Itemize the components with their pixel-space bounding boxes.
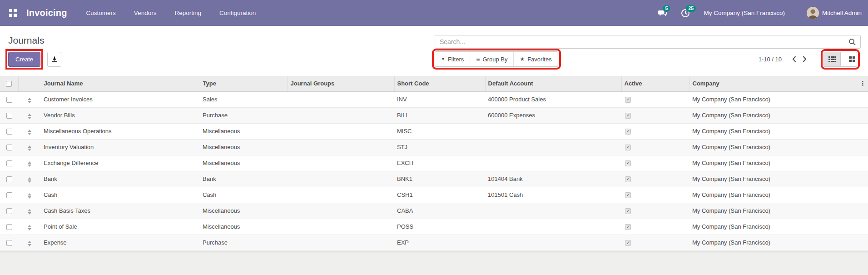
drag-handle-icon[interactable] [27,129,32,136]
cell-journal-groups[interactable] [288,139,394,155]
cell-short-code[interactable]: EXCH [394,155,485,171]
cell-default-account[interactable]: 600000 Expenses [485,107,621,123]
cell-company[interactable]: My Company (San Francisco) [689,187,868,203]
drag-handle-icon[interactable] [27,160,32,168]
row-checkbox[interactable] [6,240,12,246]
nav-menu-vendors[interactable]: Vendors [125,0,166,26]
column-header-journal-name[interactable]: Journal Name [41,76,200,91]
row-checkbox[interactable] [6,97,12,103]
active-checkbox[interactable] [625,129,631,135]
cell-type[interactable]: Sales [200,91,288,107]
journal-row[interactable]: Vendor Bills Purchase BILL 600000 Expens… [0,107,868,123]
company-switcher[interactable]: My Company (San Francisco) [704,10,785,16]
cell-short-code[interactable]: CABA [394,203,485,219]
cell-journal-groups[interactable] [288,107,394,123]
cell-short-code[interactable]: POSS [394,219,485,235]
search-input[interactable] [435,38,848,45]
activities-icon[interactable]: 25 [681,9,690,18]
nav-menu-configuration[interactable]: Configuration [210,0,265,26]
cell-type[interactable]: Miscellaneous [200,123,288,139]
row-checkbox[interactable] [6,113,12,119]
column-header-company[interactable]: Company [689,76,868,91]
cell-short-code[interactable]: EXP [394,235,485,250]
cell-journal-groups[interactable] [288,171,394,187]
cell-default-account[interactable]: 101501 Cash [485,187,621,203]
cell-journal-groups[interactable] [288,235,394,250]
cell-default-account[interactable] [485,219,621,235]
pager-previous-button[interactable] [789,55,799,64]
active-checkbox[interactable] [625,113,631,119]
cell-journal-name[interactable]: Cash Basis Taxes [41,203,200,219]
cell-short-code[interactable]: CSH1 [394,187,485,203]
cell-type[interactable]: Purchase [200,107,288,123]
cell-journal-groups[interactable] [288,155,394,171]
column-header-active[interactable]: Active [621,76,689,91]
cell-journal-name[interactable]: Cash [41,187,200,203]
cell-type[interactable]: Miscellaneous [200,155,288,171]
journal-row[interactable]: Cash Basis Taxes Miscellaneous CABA My C… [0,203,868,219]
drag-handle-icon[interactable] [27,97,32,104]
drag-handle-icon[interactable] [27,176,32,184]
cell-default-account[interactable] [485,123,621,139]
drag-handle-icon[interactable] [27,240,32,247]
active-checkbox[interactable] [625,176,631,182]
export-button[interactable] [47,52,61,67]
row-checkbox[interactable] [6,176,12,182]
row-checkbox[interactable] [6,224,12,230]
row-checkbox[interactable] [6,208,12,214]
row-checkbox[interactable] [6,129,12,135]
cell-default-account[interactable] [485,235,621,250]
column-header-short-code[interactable]: Short Code [394,76,485,91]
cell-journal-name[interactable]: Expense [41,235,200,250]
messages-icon[interactable]: 5 [658,9,667,18]
cell-short-code[interactable]: STJ [394,139,485,155]
cell-default-account[interactable] [485,155,621,171]
app-brand[interactable]: Invoicing [26,8,67,18]
active-checkbox[interactable] [625,192,631,198]
cell-journal-groups[interactable] [288,123,394,139]
cell-default-account[interactable] [485,203,621,219]
row-checkbox[interactable] [6,160,12,166]
active-checkbox[interactable] [625,224,631,230]
cell-journal-name[interactable]: Exchange Difference [41,155,200,171]
cell-type[interactable]: Miscellaneous [200,219,288,235]
active-checkbox[interactable] [625,97,631,103]
cell-type[interactable]: Cash [200,187,288,203]
cell-journal-groups[interactable] [288,91,394,107]
cell-journal-name[interactable]: Inventory Valuation [41,139,200,155]
cell-company[interactable]: My Company (San Francisco) [689,91,868,107]
drag-handle-icon[interactable] [27,224,32,231]
cell-company[interactable]: My Company (San Francisco) [689,219,868,235]
drag-handle-icon[interactable] [27,113,32,120]
row-checkbox[interactable] [6,192,12,198]
journal-row[interactable]: Point of Sale Miscellaneous POSS My Comp… [0,219,868,235]
nav-menu-reporting[interactable]: Reporting [165,0,210,26]
journal-row[interactable]: Miscellaneous Operations Miscellaneous M… [0,123,868,139]
active-checkbox[interactable] [625,240,631,246]
pager-next-button[interactable] [799,55,810,64]
list-view-button[interactable] [823,52,840,67]
cell-short-code[interactable]: BNK1 [394,171,485,187]
cell-type[interactable]: Miscellaneous [200,139,288,155]
drag-handle-icon[interactable] [27,192,32,200]
cell-default-account[interactable]: 400000 Product Sales [485,91,621,107]
column-header-default-account[interactable]: Default Account [485,76,621,91]
cell-type[interactable]: Bank [200,171,288,187]
cell-company[interactable]: My Company (San Francisco) [689,155,868,171]
kanban-view-button[interactable] [840,52,857,67]
cell-journal-groups[interactable] [288,187,394,203]
user-menu[interactable]: Mitchell Admin [822,10,862,16]
cell-type[interactable]: Purchase [200,235,288,250]
cell-default-account[interactable] [485,139,621,155]
cell-short-code[interactable]: BILL [394,107,485,123]
cell-journal-name[interactable]: Point of Sale [41,219,200,235]
cell-company[interactable]: My Company (San Francisco) [689,203,868,219]
cell-journal-name[interactable]: Bank [41,171,200,187]
cell-journal-groups[interactable] [288,203,394,219]
journal-row[interactable]: Exchange Difference Miscellaneous EXCH M… [0,155,868,171]
nav-menu-customers[interactable]: Customers [77,0,125,26]
user-avatar[interactable] [807,7,819,19]
create-button[interactable]: Create [8,52,40,67]
active-checkbox[interactable] [625,208,631,214]
apps-grid-icon[interactable] [9,9,17,17]
